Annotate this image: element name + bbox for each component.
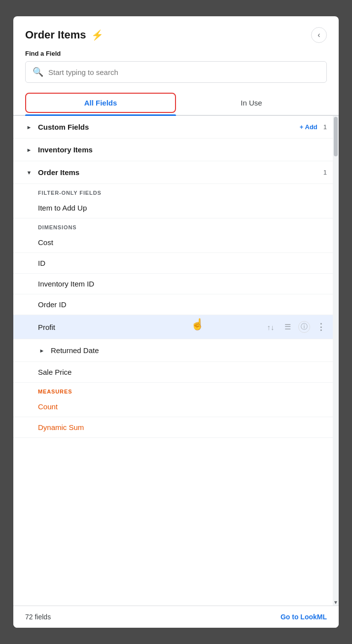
- tab-all-fields-label: All Fields: [84, 99, 117, 107]
- header: Order Items ⚡ ‹: [13, 16, 339, 50]
- field-id[interactable]: ID: [13, 253, 339, 274]
- scrollbar-thumb[interactable]: [334, 117, 338, 156]
- field-inventory-item-id[interactable]: Inventory Item ID: [13, 274, 339, 294]
- search-section: Find a Field 🔍: [13, 50, 339, 91]
- back-chevron-icon: ‹: [317, 31, 320, 39]
- field-list: ► Custom Fields + Add 1 ► Inventory Item…: [13, 116, 339, 606]
- page-title: Order Items: [25, 29, 86, 41]
- field-profit-actions: ↑↓ ☰ ⓘ ⋮: [265, 321, 327, 333]
- section-custom-fields[interactable]: ► Custom Fields + Add 1: [13, 116, 339, 139]
- section-order-items[interactable]: ▼ Order Items 1: [13, 161, 339, 184]
- measures-label: MEASURES: [13, 383, 339, 396]
- bolt-icon: ⚡: [91, 29, 104, 41]
- section-name-inventory-items: Inventory Items: [38, 145, 327, 154]
- section-name-order-items: Order Items: [38, 168, 323, 177]
- fields-count: 72 fields: [25, 613, 51, 621]
- more-icon[interactable]: ⋮: [315, 321, 327, 333]
- field-dynamic-sum[interactable]: Dynamic Sum: [13, 417, 339, 438]
- chevron-right-icon-2: ►: [25, 146, 33, 154]
- field-name-item-to-add-up: Item to Add Up: [38, 204, 327, 212]
- add-custom-field-button[interactable]: + Add: [300, 123, 317, 131]
- field-name-count: Count: [38, 402, 327, 411]
- field-order-id[interactable]: Order ID: [13, 294, 339, 315]
- scrollbar-down-arrow[interactable]: ▼: [333, 599, 339, 606]
- field-name-inventory-item-id: Inventory Item ID: [38, 280, 327, 288]
- back-button[interactable]: ‹: [311, 27, 327, 43]
- field-name-sale-price: Sale Price: [38, 368, 327, 376]
- tab-all-fields[interactable]: All Fields: [25, 93, 176, 113]
- filter-icon[interactable]: ☰: [282, 321, 293, 333]
- chevron-right-icon: ►: [25, 123, 33, 131]
- field-name-cost: Cost: [38, 238, 327, 247]
- search-box: 🔍: [25, 61, 327, 83]
- field-returned-date[interactable]: ► Returned Date: [13, 339, 339, 362]
- field-name-profit: Profit: [38, 323, 265, 331]
- tab-in-use-label: In Use: [241, 99, 262, 107]
- field-profit[interactable]: Profit ↑↓ ☰ ⓘ ⋮ ☝: [13, 315, 339, 339]
- chevron-down-icon: ▼: [25, 169, 33, 177]
- field-item-to-add-up[interactable]: Item to Add Up: [13, 198, 339, 218]
- field-count[interactable]: Count: [13, 396, 339, 417]
- header-left: Order Items ⚡: [25, 29, 104, 41]
- section-inventory-items[interactable]: ► Inventory Items: [13, 139, 339, 161]
- field-sale-price[interactable]: Sale Price: [13, 362, 339, 383]
- search-icon: 🔍: [33, 67, 43, 77]
- field-name-order-id: Order ID: [38, 300, 327, 309]
- footer: 72 fields Go to LookML: [13, 606, 339, 628]
- field-name-dynamic-sum: Dynamic Sum: [38, 423, 327, 431]
- tab-all-fields-wrapper: All Fields: [25, 91, 176, 115]
- field-name-id: ID: [38, 259, 327, 267]
- section-name-custom-fields: Custom Fields: [38, 123, 300, 131]
- go-to-lookml-button[interactable]: Go to LookML: [281, 613, 327, 621]
- field-cost[interactable]: Cost: [13, 232, 339, 253]
- order-items-badge: 1: [323, 169, 327, 176]
- search-label: Find a Field: [25, 50, 327, 57]
- dimensions-label: DIMENSIONS: [13, 218, 339, 232]
- scrollbar-track: ▲ ▼: [333, 116, 339, 606]
- search-input[interactable]: [48, 68, 319, 76]
- info-icon[interactable]: ⓘ: [298, 321, 310, 333]
- pivot-icon[interactable]: ↑↓: [265, 321, 277, 333]
- panel: Order Items ⚡ ‹ Find a Field 🔍 All Field…: [13, 16, 339, 628]
- tabs: All Fields In Use: [13, 91, 339, 116]
- tab-in-use[interactable]: In Use: [176, 91, 327, 115]
- chevron-right-icon-3: ►: [38, 347, 46, 355]
- field-name-returned-date: Returned Date: [51, 346, 327, 355]
- custom-fields-badge: 1: [323, 123, 327, 131]
- filter-only-fields-label: FILTER-ONLY FIELDS: [13, 184, 339, 198]
